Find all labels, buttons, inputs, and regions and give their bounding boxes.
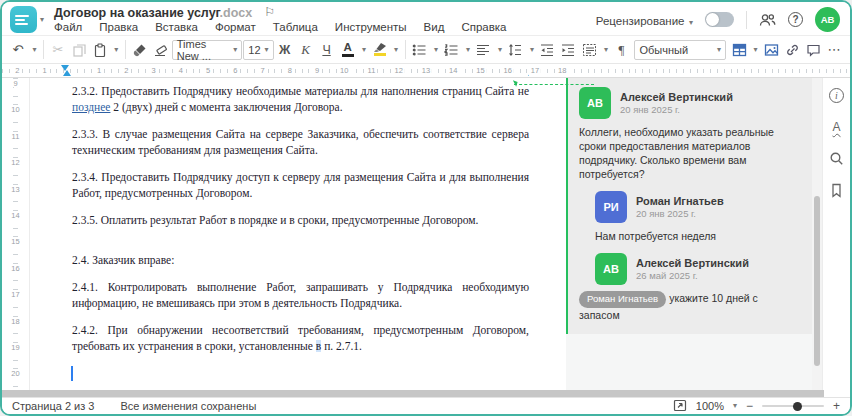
insert-table-button[interactable]	[729, 39, 749, 61]
comment-item[interactable]: АВ Алексей Вертинский 20 янв 2025 г. Кол…	[579, 87, 800, 181]
nonprinting-chars-button[interactable]: ¶	[611, 39, 631, 61]
bullet-list-dropdown[interactable]: ▾	[430, 39, 440, 61]
horizontal-ruler[interactable]: 21123456789101112131415161718	[2, 64, 850, 78]
bullet-list-button[interactable]	[409, 39, 429, 61]
line-spacing-button[interactable]	[505, 39, 525, 61]
insert-comment-button[interactable]	[803, 39, 823, 61]
vertical-scrollbar[interactable]	[812, 78, 822, 390]
zoom-controls: 100% ▾ − +	[673, 399, 840, 414]
menu-tools[interactable]: Инструменты	[335, 21, 407, 33]
chevron-down-icon[interactable]: ▾	[40, 16, 44, 24]
zoom-out-button[interactable]: −	[746, 400, 753, 412]
left-indent-marker[interactable]	[63, 70, 71, 76]
copy-button[interactable]	[69, 39, 89, 61]
highlight-color-button[interactable]	[370, 39, 390, 61]
vertical-ruler[interactable]: 91011121314151617181920	[2, 78, 30, 390]
ruler-number: 12	[393, 66, 405, 76]
align-left-button[interactable]	[473, 39, 493, 61]
document-title[interactable]: Договор на оказание услуг.docx	[54, 3, 252, 21]
paragraph-2-3-4[interactable]: 2.3.4. Предоставить Подрядчику доступ к …	[72, 170, 529, 201]
chevron-down-icon: ▾	[32, 46, 36, 54]
review-toggle[interactable]	[705, 12, 734, 27]
page-indicator[interactable]: Страница 2 из 3	[12, 400, 94, 412]
underline-button[interactable]: Ч	[317, 39, 337, 61]
ruler-number: 1	[95, 66, 103, 76]
scrollbar-thumb[interactable]	[814, 196, 820, 366]
ruler-number: 11	[366, 66, 378, 76]
undo-dropdown[interactable]: ▾	[29, 39, 39, 61]
italic-button[interactable]: К	[296, 39, 316, 61]
comment-reply[interactable]: РИ Роман Игнатьев 20 янв 2025 г. Нам пот…	[595, 191, 800, 243]
undo-button[interactable]: ↶	[8, 39, 28, 61]
paragraph-2-4-1[interactable]: 2.4.1. Контролировать выполнение Работ, …	[72, 280, 529, 311]
chevron-down-icon[interactable]: ▾	[733, 402, 737, 410]
increase-indent-button[interactable]	[558, 39, 578, 61]
comment-thread[interactable]: АВ Алексей Вертинский 20 янв 2025 г. Кол…	[566, 78, 812, 334]
paragraph-2-3-3[interactable]: 2.3.3. В случае размещения Сайта на серв…	[72, 127, 529, 158]
paragraph-2-4[interactable]: 2.4. Заказчик вправе:	[72, 253, 529, 269]
numbered-list-button[interactable]	[441, 39, 461, 61]
paste-dropdown[interactable]: ▾	[111, 39, 121, 61]
horizontal-scroll-area[interactable]	[2, 390, 824, 397]
zoom-slider[interactable]	[762, 405, 824, 407]
chevron-down-icon: ▾	[498, 46, 502, 54]
ruler-number: 7	[258, 66, 266, 76]
font-color-button[interactable]: А	[338, 39, 358, 61]
align-dropdown[interactable]: ▾	[494, 39, 504, 61]
menu-file[interactable]: Файл	[54, 21, 82, 33]
paragraph-shading-button[interactable]	[579, 39, 599, 61]
insert-link-button[interactable]	[782, 39, 802, 61]
menu-format[interactable]: Формат	[215, 21, 256, 33]
font-color-dropdown[interactable]: ▾	[359, 39, 369, 61]
ruler-number: 2	[122, 66, 130, 76]
user-avatar[interactable]: АВ	[815, 7, 840, 32]
menu-edit[interactable]: Правка	[99, 21, 138, 33]
document-text[interactable]: 2.3.2. Предоставить Подрядчику необходим…	[72, 84, 529, 382]
document-page[interactable]: 2.3.2. Предоставить Подрядчику необходим…	[30, 78, 566, 390]
app-logo-icon[interactable]	[10, 6, 37, 33]
font-name-select[interactable]: Times New ...▾	[172, 40, 243, 60]
font-size-select[interactable]: 12▾	[243, 40, 273, 60]
menu-insert[interactable]: Вставка	[155, 21, 198, 33]
zoom-slider-handle[interactable]	[793, 402, 802, 411]
fit-page-icon[interactable]	[673, 399, 687, 414]
more-button[interactable]: ⋯	[824, 39, 844, 61]
divider	[405, 40, 406, 59]
zoom-in-button[interactable]: +	[833, 400, 840, 412]
insert-image-button[interactable]	[761, 39, 781, 61]
clear-style-button[interactable]	[151, 39, 171, 61]
paragraph-2-3-5[interactable]: 2.3.5. Оплатить результат Работ в порядк…	[72, 213, 529, 229]
info-icon[interactable]: i	[829, 88, 844, 103]
menu-view[interactable]: Вид	[424, 21, 445, 33]
paragraph-2-4-2[interactable]: 2.4.2. При обнаружении несоответствий тр…	[72, 323, 529, 354]
insert-table-dropdown[interactable]: ▾	[750, 39, 760, 61]
cut-button[interactable]: ✂	[48, 39, 68, 61]
ruler-number: 15	[11, 237, 19, 247]
comment-text: Нам потребуется неделя	[595, 229, 800, 243]
bookmark-icon[interactable]	[830, 183, 843, 198]
users-icon[interactable]	[759, 13, 776, 27]
zoom-level[interactable]: 100%	[696, 400, 724, 412]
flag-icon[interactable]: ⚐	[264, 5, 275, 19]
search-icon[interactable]	[829, 151, 844, 166]
decrease-indent-button[interactable]	[537, 39, 557, 61]
review-mode-dropdown[interactable]: Рецензирование ▾	[596, 11, 693, 29]
help-icon[interactable]: ?	[788, 12, 803, 27]
paragraph-2-3-2[interactable]: 2.3.2. Предоставить Подрядчику необходим…	[72, 84, 529, 115]
paragraph-shading-dropdown[interactable]: ▾	[600, 39, 610, 61]
menu-table[interactable]: Таблица	[273, 21, 318, 33]
line-spacing-dropdown[interactable]: ▾	[526, 39, 536, 61]
paragraph-style-select[interactable]: Обычный▾	[634, 40, 726, 60]
bold-button[interactable]: Ж	[275, 39, 295, 61]
ruler-number: 6	[231, 66, 239, 76]
app-menu-button[interactable]: ▾	[10, 6, 44, 33]
spellcheck-icon[interactable]: А	[832, 120, 840, 134]
comment-reply[interactable]: АВ Алексей Вертинский 26 май 2025 г. Ром…	[595, 253, 800, 322]
mention-badge[interactable]: Роман Игнатьев	[579, 291, 666, 308]
format-painter-button[interactable]	[130, 39, 150, 61]
menu-help[interactable]: Справка	[461, 21, 506, 33]
highlight-color-dropdown[interactable]: ▾	[391, 39, 401, 61]
paste-button[interactable]	[90, 39, 110, 61]
ruler-number: 16	[11, 264, 19, 274]
numbered-list-dropdown[interactable]: ▾	[462, 39, 472, 61]
